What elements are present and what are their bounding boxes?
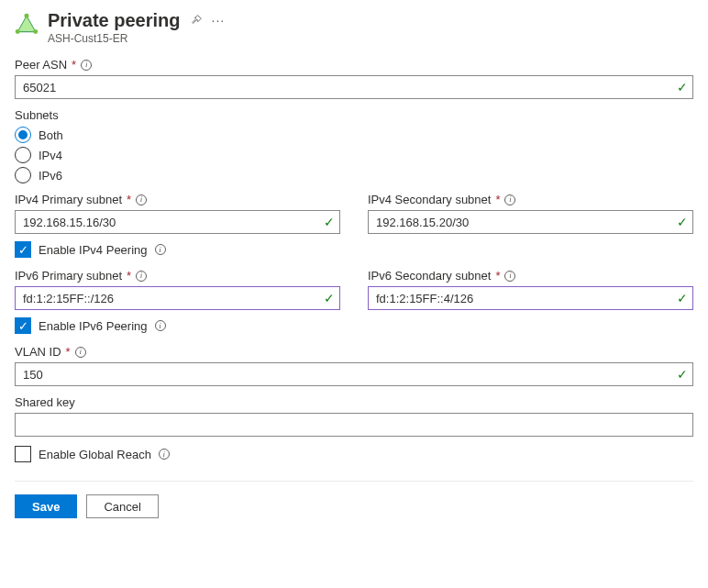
info-icon[interactable]: i bbox=[155, 244, 166, 255]
info-icon[interactable]: i bbox=[159, 449, 170, 460]
shared-key-label: Shared key bbox=[15, 395, 75, 409]
subnets-radio-ipv6[interactable]: IPv6 bbox=[15, 167, 693, 183]
more-icon[interactable]: ··· bbox=[212, 13, 226, 28]
required-marker: * bbox=[495, 193, 500, 206]
info-icon[interactable]: i bbox=[155, 320, 166, 331]
ipv4-primary-input[interactable] bbox=[15, 210, 340, 234]
required-marker: * bbox=[72, 58, 76, 72]
vlan-id-input[interactable] bbox=[15, 362, 693, 386]
svg-point-1 bbox=[25, 14, 29, 18]
svg-marker-0 bbox=[17, 16, 36, 31]
subnets-radio-both[interactable]: Both bbox=[15, 127, 693, 143]
required-marker: * bbox=[127, 269, 131, 283]
ipv6-secondary-label: IPv6 Secondary subnet bbox=[368, 269, 491, 283]
ipv6-secondary-input[interactable] bbox=[368, 286, 693, 310]
page-subtitle: ASH-Cust15-ER bbox=[48, 32, 225, 45]
info-icon[interactable]: i bbox=[136, 194, 147, 205]
svg-point-3 bbox=[16, 29, 20, 34]
required-marker: * bbox=[66, 345, 71, 359]
info-icon[interactable]: i bbox=[504, 271, 515, 282]
radio-label-ipv4: IPv4 bbox=[39, 149, 62, 162]
ipv6-primary-input[interactable] bbox=[15, 286, 340, 310]
subnets-label: Subnets bbox=[15, 108, 693, 122]
pin-icon[interactable] bbox=[190, 14, 203, 27]
info-icon[interactable]: i bbox=[136, 271, 147, 282]
shared-key-input[interactable] bbox=[15, 413, 693, 437]
radio-label-both: Both bbox=[39, 128, 63, 142]
ipv4-secondary-input[interactable] bbox=[368, 210, 693, 234]
enable-ipv6-checkbox[interactable]: ✓ bbox=[15, 317, 31, 334]
cancel-button[interactable]: Cancel bbox=[86, 494, 158, 518]
enable-ipv4-checkbox[interactable]: ✓ bbox=[15, 241, 31, 258]
ipv4-primary-label: IPv4 Primary subnet bbox=[15, 193, 122, 206]
subnets-radio-ipv4[interactable]: IPv4 bbox=[15, 147, 693, 163]
svg-point-2 bbox=[33, 29, 38, 34]
vlan-id-label: VLAN ID bbox=[15, 345, 61, 359]
divider bbox=[15, 481, 693, 482]
page-title: Private peering bbox=[48, 9, 181, 31]
info-icon[interactable]: i bbox=[75, 347, 86, 358]
required-marker: * bbox=[495, 269, 500, 283]
ipv6-primary-label: IPv6 Primary subnet bbox=[15, 269, 122, 283]
save-button[interactable]: Save bbox=[15, 494, 77, 518]
ipv4-secondary-label: IPv4 Secondary subnet bbox=[368, 193, 491, 206]
peer-asn-label: Peer ASN bbox=[15, 58, 67, 72]
enable-ipv4-label: Enable IPv4 Peering bbox=[39, 243, 148, 257]
footer-actions: Save Cancel bbox=[15, 494, 693, 518]
required-marker: * bbox=[127, 193, 131, 206]
radio-label-ipv6: IPv6 bbox=[39, 169, 62, 183]
info-icon[interactable]: i bbox=[504, 194, 515, 205]
enable-ipv6-label: Enable IPv6 Peering bbox=[39, 319, 148, 333]
enable-global-reach-label: Enable Global Reach bbox=[39, 448, 151, 461]
enable-global-reach-checkbox[interactable] bbox=[15, 446, 31, 462]
peer-asn-input[interactable] bbox=[15, 75, 693, 99]
page-header: Private peering ··· ASH-Cust15-ER bbox=[15, 9, 693, 45]
peering-icon bbox=[15, 13, 39, 37]
info-icon[interactable]: i bbox=[81, 60, 92, 71]
